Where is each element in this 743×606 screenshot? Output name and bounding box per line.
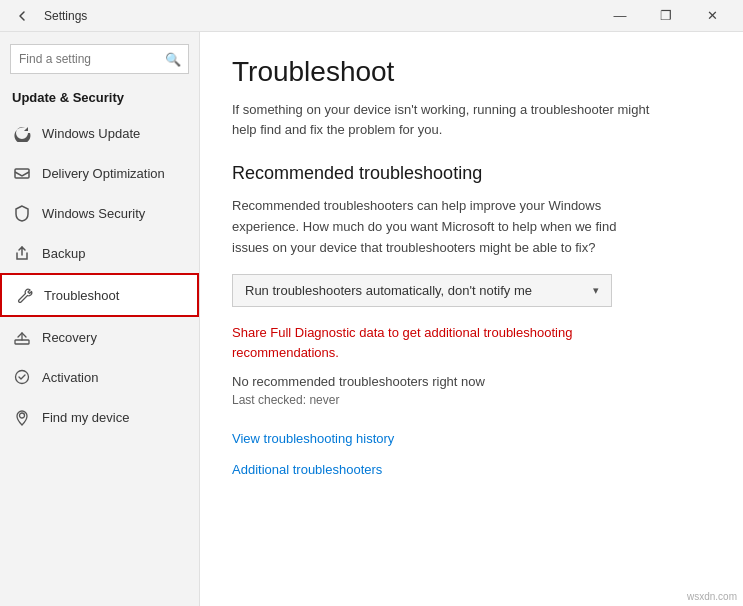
sidebar-label-windows-security: Windows Security xyxy=(42,206,145,221)
sidebar-label-windows-update: Windows Update xyxy=(42,126,140,141)
delivery-icon xyxy=(12,163,32,183)
sidebar-label-activation: Activation xyxy=(42,370,98,385)
wrench-icon xyxy=(14,285,34,305)
sidebar-label-find-my-device: Find my device xyxy=(42,410,129,425)
content-panel: Troubleshoot If something on your device… xyxy=(200,32,743,606)
search-icon: 🔍 xyxy=(165,52,181,67)
no-troubleshooters-text: No recommended troubleshooters right now xyxy=(232,374,711,389)
sidebar-item-windows-security[interactable]: Windows Security xyxy=(0,193,199,233)
additional-troubleshooters-link[interactable]: Additional troubleshooters xyxy=(232,462,711,477)
sidebar-label-backup: Backup xyxy=(42,246,85,261)
back-button[interactable] xyxy=(8,2,36,30)
sidebar-item-windows-update[interactable]: Windows Update xyxy=(0,113,199,153)
shield-icon xyxy=(12,203,32,223)
sidebar-label-recovery: Recovery xyxy=(42,330,97,345)
chevron-down-icon: ▾ xyxy=(593,284,599,297)
close-button[interactable]: ✕ xyxy=(689,0,735,32)
svg-point-3 xyxy=(16,371,29,384)
sidebar-section-title: Update & Security xyxy=(0,86,199,113)
sidebar-item-troubleshoot[interactable]: Troubleshoot xyxy=(0,273,199,317)
activation-icon xyxy=(12,367,32,387)
recommended-description: Recommended troubleshooters can help imp… xyxy=(232,196,652,258)
backup-icon xyxy=(12,243,32,263)
sidebar-item-delivery-optimization[interactable]: Delivery Optimization xyxy=(0,153,199,193)
sidebar-item-backup[interactable]: Backup xyxy=(0,233,199,273)
sidebar-item-recovery[interactable]: Recovery xyxy=(0,317,199,357)
minimize-button[interactable]: — xyxy=(597,0,643,32)
restore-button[interactable]: ❐ xyxy=(643,0,689,32)
find-icon xyxy=(12,407,32,427)
recommended-title: Recommended troubleshooting xyxy=(232,163,711,184)
view-history-link[interactable]: View troubleshooting history xyxy=(232,431,711,446)
sidebar-label-troubleshoot: Troubleshoot xyxy=(44,288,119,303)
page-title: Troubleshoot xyxy=(232,56,711,88)
search-input[interactable] xyxy=(10,44,189,74)
page-description: If something on your device isn't workin… xyxy=(232,100,652,139)
dropdown-label: Run troubleshooters automatically, don't… xyxy=(245,283,532,298)
window-controls: — ❐ ✕ xyxy=(597,0,735,32)
troubleshoot-dropdown[interactable]: Run troubleshooters automatically, don't… xyxy=(232,274,612,307)
last-checked-text: Last checked: never xyxy=(232,393,711,407)
sidebar-label-delivery-optimization: Delivery Optimization xyxy=(42,166,165,181)
refresh-icon xyxy=(12,123,32,143)
sidebar-item-activation[interactable]: Activation xyxy=(0,357,199,397)
svg-point-4 xyxy=(20,413,25,418)
sidebar-item-find-my-device[interactable]: Find my device xyxy=(0,397,199,437)
search-container: 🔍 xyxy=(10,44,189,74)
sidebar: 🔍 Update & Security Windows Update Deliv… xyxy=(0,32,200,606)
window-title: Settings xyxy=(44,9,597,23)
recovery-icon xyxy=(12,327,32,347)
titlebar: Settings — ❐ ✕ xyxy=(0,0,743,32)
watermark: wsxdn.com xyxy=(687,591,737,602)
share-diagnostic-link[interactable]: Share Full Diagnostic data to get additi… xyxy=(232,323,652,362)
main-container: 🔍 Update & Security Windows Update Deliv… xyxy=(0,32,743,606)
